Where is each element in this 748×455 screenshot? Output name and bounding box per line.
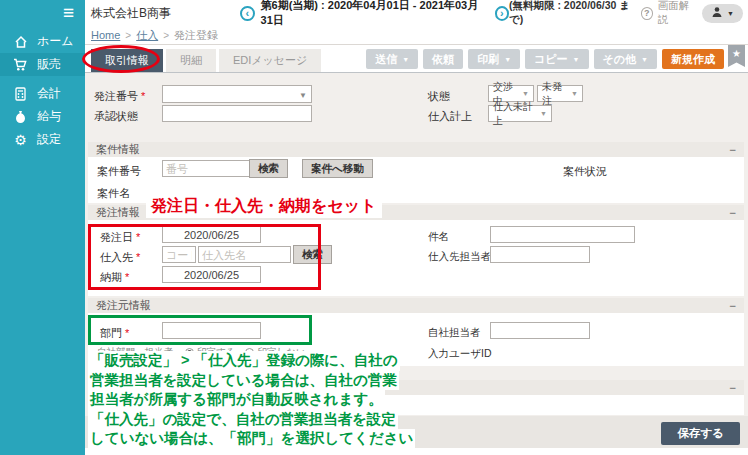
department-field[interactable] [162,322,261,339]
breadcrumb-separator: > [163,30,169,41]
action-toolbar: 送信▼ 依頼 印刷▼ コピー▼ その他▼ 新規作成 [366,49,724,69]
delivery-date-field[interactable] [162,266,261,283]
project-name-label: 案件名 [97,186,130,201]
app-window: ≡ ホーム 販売 会計 [0,0,748,455]
other-button[interactable]: その他▼ [594,49,657,69]
project-search-button[interactable]: 検索 [249,159,288,178]
bookmark-star-icon[interactable]: ★ [728,45,745,67]
caret-down-icon: ▼ [504,56,511,63]
sidebar-item-payroll[interactable]: 給与 [0,105,85,128]
moneybag-icon [13,110,28,124]
sidebar-item-settings[interactable]: ⚙ 設定 [0,128,85,151]
own-contact-field[interactable] [490,322,590,339]
subject-field[interactable] [490,226,635,243]
top-bar-right: (無料期限 : 2020/06/30 まで) ? 画面解説 ▼ [509,0,743,27]
caret-down-icon: ▼ [641,56,648,63]
sidebar-item-accounting[interactable]: 会計 [0,82,85,105]
sidebar-item-home[interactable]: ホーム [0,30,85,53]
supplier-contact-field[interactable] [490,246,590,263]
send-button[interactable]: 送信▼ [366,49,418,69]
approval-status-label: 承認状態 [94,109,138,124]
trial-expiry-label: (無料期限 : 2020/06/30 まで) [509,0,636,27]
order-date-field[interactable] [162,226,261,243]
tab-transaction-info[interactable]: 取引情報 [91,49,163,72]
status-label: 状態 [428,89,450,104]
caret-down-icon: ▼ [727,10,734,17]
caret-down-icon: ▼ [573,56,580,63]
period-next-button[interactable]: › [495,6,509,21]
breadcrumb-current: 発注登録 [174,28,218,43]
company-name: 株式会社B商事 [91,5,240,22]
save-button[interactable]: 保存する [661,422,740,445]
approval-status-field[interactable] [162,105,312,122]
own-contact-label: 自社担当者 [428,326,481,340]
collapse-minus-icon[interactable]: − [730,208,736,218]
purchase-posting-label: 仕入計上 [428,109,472,124]
screen-help-link[interactable]: 画面解説 [658,0,697,27]
breadcrumb-purchase-link[interactable]: 仕入 [136,28,158,43]
home-icon [13,35,28,49]
supplier-code-field[interactable] [162,246,196,263]
hamburger-menu-icon[interactable]: ≡ [63,2,74,24]
project-status-label: 案件状況 [563,164,607,179]
breadcrumb: Home > 仕入 > 発注登録 [85,26,748,45]
copy-button[interactable]: コピー▼ [525,49,588,69]
input-user-id-label: 入力ユーザID [428,347,492,361]
caret-down-icon: ▼ [522,90,529,97]
period-prev-button[interactable]: ‹ [240,6,254,21]
order-source-header: 発注元情報 − [88,298,744,313]
top-bar: 株式会社B商事 ‹ 第6期(当期) : 2020年04月01日 - 2021年0… [85,0,748,26]
project-info-section: 案件情報 − 案件番号 検索 案件へ移動 案件状況 案件名 [88,142,744,203]
sidebar-nav: ホーム 販売 会計 給与 ⚙ 設定 [0,30,85,151]
caret-down-icon: ▼ [571,90,578,97]
caret-down-icon: ▼ [299,91,307,100]
gear-icon: ⚙ [13,133,28,147]
supplier-search-button[interactable]: 検索 [293,245,332,264]
sidebar-item-label: 会計 [37,85,61,102]
create-new-button[interactable]: 新規作成 [662,49,724,69]
sidebar-item-label: 給与 [37,108,61,125]
goto-project-button[interactable]: 案件へ移動 [302,159,373,178]
subject-label: 件名 [428,230,449,244]
red-note-annotation: 発注日・仕入先・納期をセット [146,195,382,218]
print-button[interactable]: 印刷▼ [468,49,520,69]
tab-detail[interactable]: 明細 [166,49,216,72]
order-number-select[interactable]: ▼ [162,85,312,103]
project-number-field[interactable] [162,160,250,177]
collapse-minus-icon[interactable]: − [730,145,736,155]
sidebar-item-label: ホーム [37,33,74,50]
calculator-icon [13,87,28,101]
fiscal-period-label: 第6期(当期) : 2020年04月01日 - 2021年03月31日 [261,0,489,28]
delivery-date-label: 納期* [100,270,129,285]
caret-down-icon: ▼ [402,56,409,63]
user-menu-button[interactable]: ▼ [702,4,743,23]
collapse-minus-icon[interactable]: − [730,383,736,393]
caret-down-icon: ▼ [540,110,547,117]
status-select-2[interactable]: 未発注▼ [537,85,583,102]
project-number-label: 案件番号 [97,164,141,179]
sidebar: ≡ ホーム 販売 会計 [0,0,85,455]
supplier-name-field[interactable] [198,246,291,263]
sidebar-item-sales[interactable]: 販売 [0,53,85,76]
supplier-label: 仕入先* [100,250,140,265]
help-icon[interactable]: ? [641,7,653,20]
order-info-body: 発注日* 件名 仕入先* 検索 仕入先担当者 納期* [88,220,744,296]
order-info-section: 発注情報 − 発注日* 件名 仕入先* 検索 仕入先担当者 納期* [88,205,744,296]
request-button[interactable]: 依頼 [423,49,463,69]
supplier-contact-label: 仕入先担当者 [428,250,491,264]
sidebar-item-label: 設定 [37,131,61,148]
collapse-minus-icon[interactable]: − [730,301,736,311]
department-label: 部門* [100,326,129,341]
breadcrumb-home-link[interactable]: Home [91,29,120,41]
cart-icon [13,58,28,72]
order-number-label: 発注番号* [94,89,145,104]
project-info-header: 案件情報 − [88,142,744,157]
green-note-annotation: 「販売設定」 > 「仕入先」登録の際に、自社の 営業担当者を設定している場合は、… [88,351,415,449]
breadcrumb-separator: > [125,30,131,41]
user-icon [711,6,723,20]
order-date-label: 発注日* [100,230,140,245]
purchase-posting-select[interactable]: 仕入未計上▼ [488,105,552,122]
tab-bar: 取引情報 明細 EDIメッセージ 送信▼ 依頼 印刷▼ コピー▼ その他▼ 新規… [85,45,748,73]
fiscal-period-nav: ‹ 第6期(当期) : 2020年04月01日 - 2021年03月31日 › [240,0,509,28]
tab-edi-message[interactable]: EDIメッセージ [219,49,321,72]
